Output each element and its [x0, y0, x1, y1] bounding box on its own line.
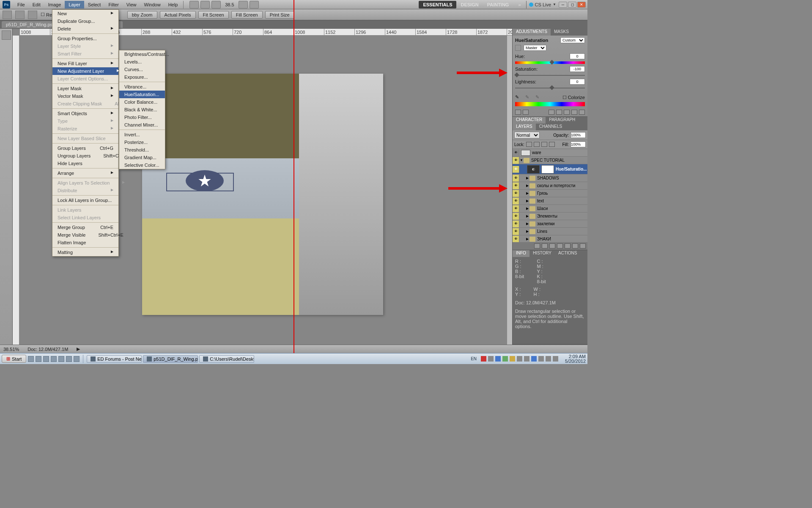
- layer-visibility-icon[interactable]: [513, 157, 519, 164]
- return-arrow-icon[interactable]: [515, 110, 521, 115]
- menu-item[interactable]: Group Properties...: [52, 35, 118, 42]
- layer-row[interactable]: ▶заклепки: [513, 220, 587, 228]
- option-button[interactable]: Fill Screen: [231, 11, 263, 19]
- hue-slider[interactable]: [515, 61, 585, 65]
- tray-icon[interactable]: [481, 356, 486, 362]
- zoom-in-icon[interactable]: [15, 11, 25, 19]
- menu-item[interactable]: Ungroup LayersShift+Ctrl+G: [52, 152, 118, 160]
- menu-item[interactable]: Curves...: [119, 66, 165, 73]
- layer-visibility-icon[interactable]: [513, 213, 519, 220]
- channel-select[interactable]: Master: [524, 45, 546, 51]
- tab-history[interactable]: HISTORY: [529, 250, 555, 257]
- new-group-icon[interactable]: [557, 243, 563, 248]
- current-tool-icon[interactable]: [3, 11, 12, 19]
- colorize-checkbox[interactable]: ☐Colorize: [562, 95, 585, 100]
- saturation-slider[interactable]: [515, 73, 585, 77]
- menu-item[interactable]: New: [52, 10, 118, 17]
- eyedropper-minus-icon[interactable]: ✎: [535, 94, 541, 100]
- delete-layer-icon[interactable]: [580, 243, 586, 248]
- tray-icon[interactable]: [538, 356, 544, 362]
- option-button[interactable]: Fit Screen: [198, 11, 229, 19]
- expand-arrow-icon[interactable]: ▶: [525, 199, 529, 203]
- hue-input[interactable]: [570, 53, 585, 59]
- lock-all-icon[interactable]: [549, 142, 555, 147]
- option-button[interactable]: Actual Pixels: [160, 11, 196, 19]
- menu-item[interactable]: Black & White...: [119, 106, 165, 113]
- layer-row[interactable]: ▶Элементы: [513, 213, 587, 220]
- eyedropper-plus-icon[interactable]: ✎: [525, 94, 531, 100]
- target-adjustment-icon[interactable]: [515, 45, 521, 51]
- menu-item[interactable]: Invert...: [119, 131, 165, 138]
- menu-item[interactable]: Threshold...: [119, 146, 165, 154]
- tray-icon[interactable]: [531, 356, 537, 362]
- quicklaunch-icon[interactable]: [74, 356, 80, 362]
- tray-icon[interactable]: [510, 356, 515, 362]
- layer-row[interactable]: ◐Hue/Saturatio...: [513, 164, 587, 174]
- layer-row[interactable]: ▶Грязь: [513, 190, 587, 197]
- layer-visibility-icon[interactable]: [513, 228, 519, 235]
- layer-row[interactable]: ▶ЗНАКИ: [513, 235, 587, 242]
- layer-visibility-icon[interactable]: [513, 221, 519, 227]
- menu-item[interactable]: Layer Mask: [52, 85, 118, 92]
- tab-masks[interactable]: MASKS: [551, 29, 572, 36]
- layer-visibility-icon[interactable]: [513, 175, 519, 182]
- menu-item[interactable]: Matting: [52, 248, 118, 256]
- menu-item[interactable]: Smart Objects: [52, 110, 118, 117]
- expand-arrow-icon[interactable]: ▶: [525, 207, 529, 210]
- expand-arrow-icon[interactable]: ▶: [525, 176, 529, 180]
- menu-layer[interactable]: Layer: [65, 1, 84, 8]
- menu-item[interactable]: Photo Filter...: [119, 113, 165, 121]
- window-minimize-button[interactable]: ─: [559, 2, 567, 8]
- menu-item[interactable]: Merge VisibleShift+Ctrl+E: [52, 231, 118, 239]
- clip-to-layer-icon[interactable]: [549, 110, 554, 115]
- option-button[interactable]: bby Zoom: [127, 11, 157, 19]
- adjustment-preset-select[interactable]: Custom: [560, 37, 585, 43]
- menu-item[interactable]: Selective Color...: [119, 161, 165, 169]
- menu-item[interactable]: Posterize...: [119, 138, 165, 146]
- tray-icon[interactable]: [546, 356, 551, 362]
- layer-mask-icon[interactable]: [549, 243, 555, 248]
- new-adjustment-icon[interactable]: [565, 243, 571, 248]
- taskbar-button[interactable]: p51D_DIF_R_Wing.ps...: [143, 355, 198, 363]
- menu-file[interactable]: File: [14, 1, 29, 8]
- quicklaunch-icon[interactable]: [36, 356, 41, 362]
- menu-item[interactable]: Levels...: [119, 58, 165, 66]
- screen-mode-icon[interactable]: [211, 1, 221, 8]
- taskbar-button[interactable]: C:\Users\Rudel\Desktop\...: [199, 355, 254, 363]
- menu-item[interactable]: Delete: [52, 25, 118, 33]
- expand-arrow-icon[interactable]: ▶: [525, 214, 529, 218]
- menu-item[interactable]: Hue/Saturation...: [119, 91, 165, 98]
- menu-item[interactable]: Flatten Image: [52, 239, 118, 246]
- quicklaunch-icon[interactable]: [51, 356, 57, 362]
- menu-item[interactable]: Hide Layers: [52, 160, 118, 167]
- layer-visibility-icon[interactable]: [513, 236, 519, 243]
- layer-visibility-icon[interactable]: [513, 190, 519, 197]
- menu-item[interactable]: Arrange: [52, 169, 118, 177]
- tray-icon[interactable]: [553, 356, 558, 362]
- expand-arrow-icon[interactable]: ▼: [519, 158, 524, 162]
- quicklaunch-icon[interactable]: [28, 356, 34, 362]
- taskbar-clock[interactable]: 2:09 AM 5/20/2012: [562, 354, 586, 364]
- layer-style-icon[interactable]: [542, 243, 548, 248]
- layer-row[interactable]: ware: [513, 149, 587, 157]
- expand-arrow-icon[interactable]: ▶: [525, 237, 529, 241]
- menu-window[interactable]: Window: [140, 1, 165, 8]
- layer-row[interactable]: ▶Шаси: [513, 205, 587, 213]
- start-button[interactable]: Start: [2, 355, 26, 363]
- tab-actions[interactable]: ACTIONS: [555, 250, 580, 257]
- tab-character[interactable]: CHARACTER: [513, 117, 546, 124]
- previous-state-icon[interactable]: [556, 110, 562, 115]
- new-layer-icon[interactable]: [572, 243, 578, 248]
- lock-position-icon[interactable]: [541, 142, 547, 147]
- eyedropper-icon[interactable]: ✎: [515, 94, 521, 100]
- window-close-button[interactable]: ✕: [577, 2, 586, 8]
- tab-info[interactable]: INFO: [513, 250, 529, 257]
- layer-row[interactable]: ▶сколы и потертости: [513, 182, 587, 190]
- tab-channels[interactable]: CHANNELS: [536, 124, 565, 130]
- menu-item[interactable]: Group LayersCtrl+G: [52, 144, 118, 152]
- layer-visibility-icon[interactable]: [513, 166, 519, 173]
- lightness-input[interactable]: [570, 79, 585, 85]
- minibridge-icon[interactable]: [200, 1, 210, 8]
- expand-arrow-icon[interactable]: ▶: [525, 229, 529, 233]
- tray-icon[interactable]: [495, 356, 501, 362]
